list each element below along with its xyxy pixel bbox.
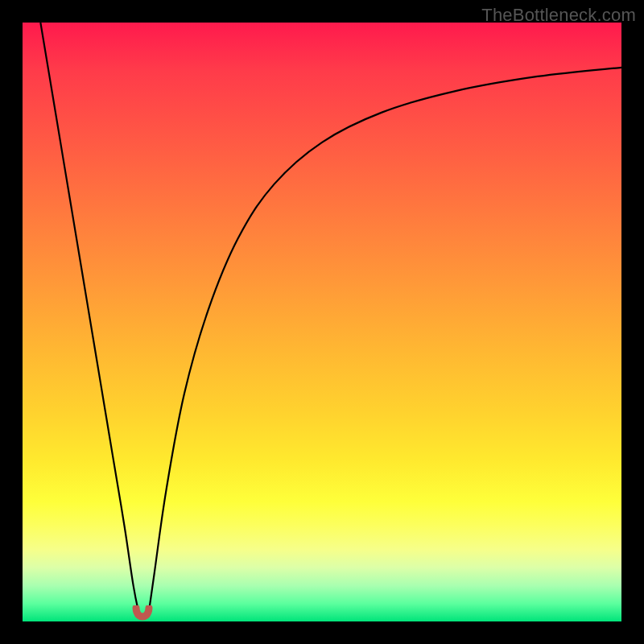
curve-right-branch <box>148 68 621 616</box>
bottleneck-curve <box>23 23 621 621</box>
plot-area <box>23 23 621 621</box>
marker-u-icon <box>136 608 149 617</box>
curve-left-branch <box>40 23 139 616</box>
chart-frame: TheBottleneck.com <box>0 0 644 644</box>
optimum-marker <box>131 605 154 623</box>
